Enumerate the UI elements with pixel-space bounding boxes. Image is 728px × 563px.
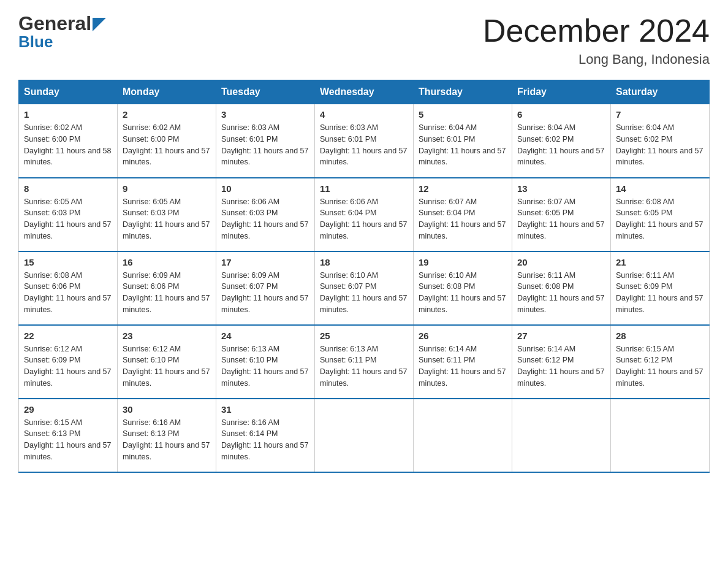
day-number: 19 <box>419 257 507 267</box>
calendar-day-cell: 12 Sunrise: 6:07 AM Sunset: 6:04 PM Dayl… <box>414 178 512 251</box>
day-info: Sunrise: 6:03 AM Sunset: 6:01 PM Dayligh… <box>320 122 408 168</box>
day-number: 17 <box>221 257 309 267</box>
calendar-day-cell: 30 Sunrise: 6:16 AM Sunset: 6:13 PM Dayl… <box>118 399 216 472</box>
calendar-day-cell <box>414 399 512 472</box>
calendar-day-cell: 7 Sunrise: 6:04 AM Sunset: 6:02 PM Dayli… <box>611 104 710 178</box>
day-info: Sunrise: 6:08 AM Sunset: 6:06 PM Dayligh… <box>24 270 112 316</box>
day-info: Sunrise: 6:13 AM Sunset: 6:11 PM Dayligh… <box>320 343 408 389</box>
day-number: 24 <box>221 331 309 341</box>
calendar-week-row: 15 Sunrise: 6:08 AM Sunset: 6:06 PM Dayl… <box>19 251 710 325</box>
day-number: 16 <box>123 257 211 267</box>
calendar-table: SundayMondayTuesdayWednesdayThursdayFrid… <box>18 80 710 473</box>
day-info: Sunrise: 6:05 AM Sunset: 6:03 PM Dayligh… <box>123 196 211 242</box>
day-number: 6 <box>517 109 605 120</box>
day-number: 5 <box>419 109 507 120</box>
day-info: Sunrise: 6:04 AM Sunset: 6:01 PM Dayligh… <box>419 122 507 168</box>
calendar-day-cell: 24 Sunrise: 6:13 AM Sunset: 6:10 PM Dayl… <box>216 325 315 399</box>
day-number: 13 <box>517 183 605 194</box>
calendar-week-row: 8 Sunrise: 6:05 AM Sunset: 6:03 PM Dayli… <box>19 178 710 251</box>
svg-marker-0 <box>93 18 106 31</box>
calendar-day-cell: 2 Sunrise: 6:02 AM Sunset: 6:00 PM Dayli… <box>118 104 216 178</box>
day-number: 11 <box>320 183 408 194</box>
calendar-day-cell: 3 Sunrise: 6:03 AM Sunset: 6:01 PM Dayli… <box>216 104 315 178</box>
day-number: 10 <box>221 183 309 194</box>
calendar-day-cell: 25 Sunrise: 6:13 AM Sunset: 6:11 PM Dayl… <box>315 325 414 399</box>
col-header-wednesday: Wednesday <box>315 80 414 104</box>
col-header-friday: Friday <box>512 80 611 104</box>
col-header-saturday: Saturday <box>611 80 710 104</box>
day-number: 15 <box>24 257 112 267</box>
col-header-tuesday: Tuesday <box>216 80 315 104</box>
day-number: 8 <box>24 183 112 194</box>
calendar-day-cell: 15 Sunrise: 6:08 AM Sunset: 6:06 PM Dayl… <box>19 251 118 325</box>
day-info: Sunrise: 6:11 AM Sunset: 6:09 PM Dayligh… <box>616 270 704 316</box>
day-number: 30 <box>123 404 211 415</box>
day-number: 1 <box>24 109 112 120</box>
calendar-header-row: SundayMondayTuesdayWednesdayThursdayFrid… <box>19 80 710 104</box>
day-number: 31 <box>221 404 309 415</box>
calendar-day-cell: 23 Sunrise: 6:12 AM Sunset: 6:10 PM Dayl… <box>118 325 216 399</box>
calendar-day-cell <box>315 399 414 472</box>
logo-blue: Blue <box>18 33 53 52</box>
calendar-day-cell: 18 Sunrise: 6:10 AM Sunset: 6:07 PM Dayl… <box>315 251 414 325</box>
calendar-day-cell <box>611 399 710 472</box>
day-number: 22 <box>24 331 112 341</box>
day-info: Sunrise: 6:14 AM Sunset: 6:11 PM Dayligh… <box>419 343 507 389</box>
calendar-day-cell: 1 Sunrise: 6:02 AM Sunset: 6:00 PM Dayli… <box>19 104 118 178</box>
calendar-week-row: 29 Sunrise: 6:15 AM Sunset: 6:13 PM Dayl… <box>19 399 710 472</box>
calendar-day-cell: 10 Sunrise: 6:06 AM Sunset: 6:03 PM Dayl… <box>216 178 315 251</box>
location: Long Bang, Indonesia <box>483 52 710 67</box>
calendar-week-row: 1 Sunrise: 6:02 AM Sunset: 6:00 PM Dayli… <box>19 104 710 178</box>
day-info: Sunrise: 6:14 AM Sunset: 6:12 PM Dayligh… <box>517 343 605 389</box>
day-info: Sunrise: 6:09 AM Sunset: 6:06 PM Dayligh… <box>123 270 211 316</box>
day-info: Sunrise: 6:13 AM Sunset: 6:10 PM Dayligh… <box>221 343 309 389</box>
calendar-day-cell: 9 Sunrise: 6:05 AM Sunset: 6:03 PM Dayli… <box>118 178 216 251</box>
calendar-day-cell: 4 Sunrise: 6:03 AM Sunset: 6:01 PM Dayli… <box>315 104 414 178</box>
day-number: 21 <box>616 257 704 267</box>
day-info: Sunrise: 6:02 AM Sunset: 6:00 PM Dayligh… <box>123 122 211 168</box>
day-number: 4 <box>320 109 408 120</box>
page-header: General Blue December 2024 Long Bang, In… <box>18 12 710 67</box>
day-info: Sunrise: 6:16 AM Sunset: 6:14 PM Dayligh… <box>221 417 309 463</box>
day-number: 29 <box>24 404 112 415</box>
month-title: December 2024 <box>483 12 710 49</box>
calendar-day-cell: 5 Sunrise: 6:04 AM Sunset: 6:01 PM Dayli… <box>414 104 512 178</box>
logo: General Blue <box>18 12 106 52</box>
logo-general: General <box>18 12 91 35</box>
day-info: Sunrise: 6:02 AM Sunset: 6:00 PM Dayligh… <box>24 122 112 168</box>
calendar-day-cell: 11 Sunrise: 6:06 AM Sunset: 6:04 PM Dayl… <box>315 178 414 251</box>
day-number: 9 <box>123 183 211 194</box>
day-number: 7 <box>616 109 704 120</box>
day-info: Sunrise: 6:11 AM Sunset: 6:08 PM Dayligh… <box>517 270 605 316</box>
day-info: Sunrise: 6:07 AM Sunset: 6:05 PM Dayligh… <box>517 196 605 242</box>
calendar-day-cell: 8 Sunrise: 6:05 AM Sunset: 6:03 PM Dayli… <box>19 178 118 251</box>
day-info: Sunrise: 6:12 AM Sunset: 6:10 PM Dayligh… <box>123 343 211 389</box>
day-info: Sunrise: 6:04 AM Sunset: 6:02 PM Dayligh… <box>517 122 605 168</box>
calendar-day-cell: 28 Sunrise: 6:15 AM Sunset: 6:12 PM Dayl… <box>611 325 710 399</box>
day-info: Sunrise: 6:16 AM Sunset: 6:13 PM Dayligh… <box>123 417 211 463</box>
day-info: Sunrise: 6:07 AM Sunset: 6:04 PM Dayligh… <box>419 196 507 242</box>
col-header-sunday: Sunday <box>19 80 118 104</box>
title-section: December 2024 Long Bang, Indonesia <box>483 12 710 67</box>
calendar-day-cell: 19 Sunrise: 6:10 AM Sunset: 6:08 PM Dayl… <box>414 251 512 325</box>
day-number: 23 <box>123 331 211 341</box>
day-info: Sunrise: 6:06 AM Sunset: 6:03 PM Dayligh… <box>221 196 309 242</box>
calendar-day-cell: 16 Sunrise: 6:09 AM Sunset: 6:06 PM Dayl… <box>118 251 216 325</box>
day-number: 18 <box>320 257 408 267</box>
calendar-day-cell: 14 Sunrise: 6:08 AM Sunset: 6:05 PM Dayl… <box>611 178 710 251</box>
calendar-day-cell: 13 Sunrise: 6:07 AM Sunset: 6:05 PM Dayl… <box>512 178 611 251</box>
day-info: Sunrise: 6:08 AM Sunset: 6:05 PM Dayligh… <box>616 196 704 242</box>
calendar-day-cell: 20 Sunrise: 6:11 AM Sunset: 6:08 PM Dayl… <box>512 251 611 325</box>
day-info: Sunrise: 6:04 AM Sunset: 6:02 PM Dayligh… <box>616 122 704 168</box>
day-number: 27 <box>517 331 605 341</box>
day-number: 3 <box>221 109 309 120</box>
day-info: Sunrise: 6:03 AM Sunset: 6:01 PM Dayligh… <box>221 122 309 168</box>
day-number: 14 <box>616 183 704 194</box>
day-number: 25 <box>320 331 408 341</box>
calendar-day-cell: 17 Sunrise: 6:09 AM Sunset: 6:07 PM Dayl… <box>216 251 315 325</box>
day-number: 26 <box>419 331 507 341</box>
day-info: Sunrise: 6:10 AM Sunset: 6:07 PM Dayligh… <box>320 270 408 316</box>
day-info: Sunrise: 6:12 AM Sunset: 6:09 PM Dayligh… <box>24 343 112 389</box>
day-info: Sunrise: 6:09 AM Sunset: 6:07 PM Dayligh… <box>221 270 309 316</box>
calendar-day-cell: 31 Sunrise: 6:16 AM Sunset: 6:14 PM Dayl… <box>216 399 315 472</box>
